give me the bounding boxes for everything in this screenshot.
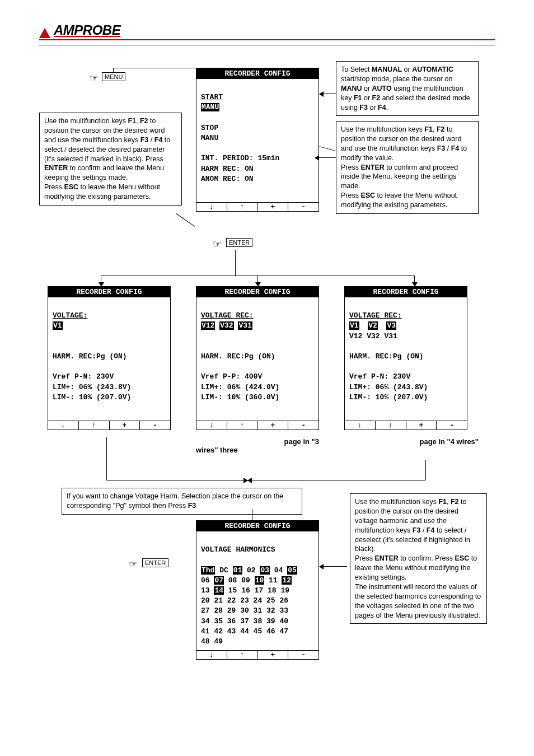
fkey-f1: ↓ bbox=[196, 651, 227, 659]
lcd-main: RECORDER CONFIG START MANU STOP MANU INT… bbox=[196, 68, 319, 212]
connector bbox=[176, 213, 195, 227]
note-modify-value: Use the multifunction keys F1, F2 to pos… bbox=[336, 121, 479, 214]
fkey-f1: ↓ bbox=[196, 203, 227, 211]
fkey-f2: ↑ bbox=[227, 421, 258, 430]
fkey-f4: - bbox=[437, 421, 467, 430]
arrow-left bbox=[252, 480, 257, 480]
note-change-harm-selection: If you want to change Voltage Harm. Sele… bbox=[62, 488, 302, 515]
fkey-f3: + bbox=[258, 421, 289, 430]
fkey-f2: ↑ bbox=[376, 421, 406, 430]
fkey-f1: ↓ bbox=[345, 421, 376, 430]
fkey-f3: + bbox=[258, 203, 289, 211]
note-manual-auto: To Select MANUAL or AUTOMATIC start/stop… bbox=[336, 61, 479, 116]
lcd-voltage-3wires: RECORDER CONFIG VOLTAGE REC: V12 V32 V31… bbox=[196, 286, 319, 430]
lcd-harmonics: RECORDER CONFIG VOLTAGE HARMONICS Thd DC… bbox=[196, 520, 319, 660]
lcd-voltage-v1: RECORDER CONFIG VOLTAGE: V1 HARM. REC:Pg… bbox=[48, 286, 171, 430]
lcd-voltage-4wires: RECORDER CONFIG VOLTAGE REC: V1 V2 V3 V1… bbox=[344, 286, 467, 430]
lcd-fkeys-row: ↓ ↑ + - bbox=[48, 421, 170, 430]
note-f1f4-select: Use the multifunction keys F1, F2 to pos… bbox=[39, 113, 182, 206]
page-body: ☞ MENU Use the multifunction keys F1, F2… bbox=[39, 45, 495, 729]
connector bbox=[113, 68, 114, 72]
connector bbox=[106, 437, 107, 480]
hand-icon: ☞ bbox=[213, 238, 222, 250]
lcd-body: VOLTAGE HARMONICS Thd DC 01 02 03 04 05 … bbox=[196, 531, 318, 650]
lcd-fkeys-row: ↓ ↑ + - bbox=[196, 650, 318, 659]
connector bbox=[235, 250, 236, 276]
brand-triangle-icon bbox=[39, 28, 50, 38]
arrow-down bbox=[414, 276, 415, 282]
lcd-title: RECORDER CONFIG bbox=[196, 287, 318, 297]
fkey-f3: + bbox=[110, 421, 140, 430]
fkey-f4: - bbox=[288, 203, 318, 211]
caption-4wires: page in "4 wires" bbox=[355, 437, 479, 446]
hand-icon: ☞ bbox=[129, 558, 138, 571]
arrow-left bbox=[324, 94, 336, 94]
arrow-down bbox=[101, 276, 101, 282]
fkey-f4: - bbox=[288, 651, 318, 659]
enter-key: ENTER bbox=[226, 238, 252, 247]
connector bbox=[113, 68, 196, 68]
lcd-fkeys-row: ↓ ↑ + - bbox=[196, 202, 318, 211]
enter-key: ENTER bbox=[142, 558, 168, 567]
arrow-right bbox=[106, 480, 243, 480]
brand-name: AMPROBE bbox=[54, 22, 120, 38]
fkey-f1: ↓ bbox=[196, 421, 227, 430]
connector bbox=[319, 146, 335, 151]
arrow-left bbox=[324, 566, 347, 567]
arrow-down bbox=[257, 276, 258, 282]
connector bbox=[425, 460, 426, 480]
fkey-f4: - bbox=[140, 421, 170, 430]
lcd-title: RECORDER CONFIG bbox=[48, 287, 170, 297]
fkey-f4: - bbox=[288, 421, 318, 430]
lcd-fkeys-row: ↓ ↑ + - bbox=[196, 421, 318, 430]
brand-header: AMPROBE bbox=[39, 22, 495, 40]
lcd-body: VOLTAGE: V1 HARM. REC:Pg (ON) Vref P-N: … bbox=[48, 297, 170, 421]
caption-3wires: page in "3 wires" three bbox=[196, 437, 319, 454]
fkey-f3: + bbox=[258, 651, 289, 659]
note-harmonics: Use the multifunction keys F1, F2 to pos… bbox=[350, 493, 487, 624]
lcd-body: VOLTAGE REC: V1 V2 V3 V12 V32 V31 HARM. … bbox=[345, 297, 467, 421]
fkey-f2: ↑ bbox=[79, 421, 110, 430]
hand-icon: ☞ bbox=[90, 72, 99, 85]
fkey-f3: + bbox=[406, 421, 437, 430]
lcd-body: START MANU STOP MANU INT. PERIOD: 15min … bbox=[196, 79, 318, 202]
menu-key: MENU bbox=[102, 72, 125, 81]
arrow-left bbox=[319, 157, 336, 158]
lcd-body: VOLTAGE REC: V12 V32 V31 HARM. REC:Pg (O… bbox=[196, 297, 318, 421]
lcd-fkeys-row: ↓ ↑ + - bbox=[345, 421, 467, 430]
lcd-title: RECORDER CONFIG bbox=[196, 68, 318, 79]
fkey-f2: ↑ bbox=[227, 203, 258, 211]
lcd-title: RECORDER CONFIG bbox=[345, 287, 467, 297]
lcd-title: RECORDER CONFIG bbox=[196, 521, 318, 531]
fkey-f1: ↓ bbox=[48, 421, 79, 430]
fkey-f2: ↑ bbox=[227, 651, 258, 659]
connector bbox=[252, 509, 252, 520]
